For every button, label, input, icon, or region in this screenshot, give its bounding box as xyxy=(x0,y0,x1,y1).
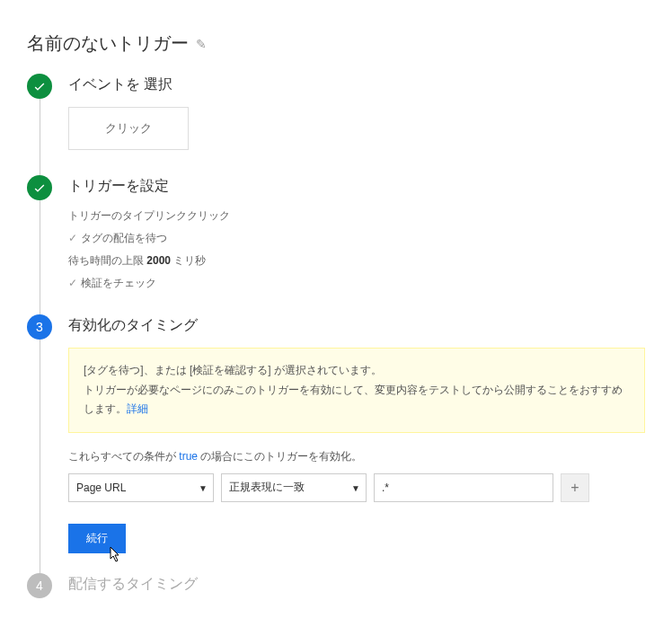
cond-label-pre: これらすべての条件が xyxy=(68,450,176,463)
cond-label-true: true xyxy=(179,450,198,463)
step4-marker-pending: 4 xyxy=(27,573,52,598)
notice-line2: トリガーが必要なページにのみこのトリガーを有効にして、変更内容をテストしてから公… xyxy=(84,384,623,416)
footer-actions: トリガーを保存 キャンセル xyxy=(0,614,672,627)
step2-marker-done xyxy=(27,175,52,200)
wait-tags-label: タグの配信を待つ xyxy=(81,232,167,244)
timeout-line: 待ち時間の上限 2000 ミリ秒 xyxy=(68,253,645,269)
trigger-type-value: リンククリック xyxy=(155,209,230,222)
step3-marker-active: 3 xyxy=(27,314,52,340)
step-connector xyxy=(40,99,40,175)
event-selected-box[interactable]: クリック xyxy=(68,107,189,150)
timeout-unit: ミリ秒 xyxy=(173,254,206,267)
step3-title: 有効化のタイミング xyxy=(68,316,645,335)
timeout-value: 2000 xyxy=(146,254,171,267)
notice-line2-wrap: トリガーが必要なページにのみこのトリガーを有効にして、変更内容をテストしてから公… xyxy=(84,381,630,419)
variable-select-value: Page URL xyxy=(76,481,126,494)
validation-label: 検証をチェック xyxy=(81,277,156,289)
step-connector xyxy=(40,200,40,314)
check-icon: ✓ xyxy=(68,277,77,289)
add-condition-button[interactable]: + xyxy=(561,473,589,502)
chevron-down-icon: ▼ xyxy=(199,482,208,492)
condition-row: Page URL ▼ 正規表現に一致 ▼ + xyxy=(68,473,645,502)
operator-select-value: 正規表現に一致 xyxy=(229,480,305,495)
trigger-type-line: トリガーのタイプリンククリック xyxy=(68,208,645,224)
chevron-down-icon: ▼ xyxy=(351,482,360,492)
step2-title: トリガーを設定 xyxy=(68,177,645,196)
wait-tags-line: ✓タグの配信を待つ xyxy=(68,231,645,246)
notice-details-link[interactable]: 詳細 xyxy=(127,402,148,415)
variable-select[interactable]: Page URL ▼ xyxy=(68,473,214,502)
notice-line1: [タグを待つ]、または [検証を確認する] が選択されています。 xyxy=(84,361,630,381)
step-connector xyxy=(40,340,40,573)
timeout-label: 待ち時間の上限 xyxy=(68,254,144,267)
cond-label-post: の場合にこのトリガーを有効化。 xyxy=(200,450,362,463)
edit-icon[interactable]: ✎ xyxy=(196,37,207,51)
warning-notice: [タグを待つ]、または [検証を確認する] が選択されています。 トリガーが必要… xyxy=(68,348,645,433)
step1-title: イベントを 選択 xyxy=(68,75,645,94)
title-text: 名前のないトリガー xyxy=(27,31,189,56)
page-title: 名前のないトリガー ✎ xyxy=(0,9,672,74)
validation-line: ✓検証をチェック xyxy=(68,276,645,291)
check-icon: ✓ xyxy=(68,232,77,244)
step1-marker-done xyxy=(27,74,52,99)
trigger-type-label: トリガーのタイプ xyxy=(68,209,155,222)
operator-select[interactable]: 正規表現に一致 ▼ xyxy=(221,473,367,502)
condition-value-input[interactable] xyxy=(374,473,553,502)
continue-button[interactable]: 続行 xyxy=(68,524,126,553)
step4-title: 配信するタイミング xyxy=(68,575,645,594)
condition-label: これらすべての条件が true の場合にこのトリガーを有効化。 xyxy=(68,449,645,464)
